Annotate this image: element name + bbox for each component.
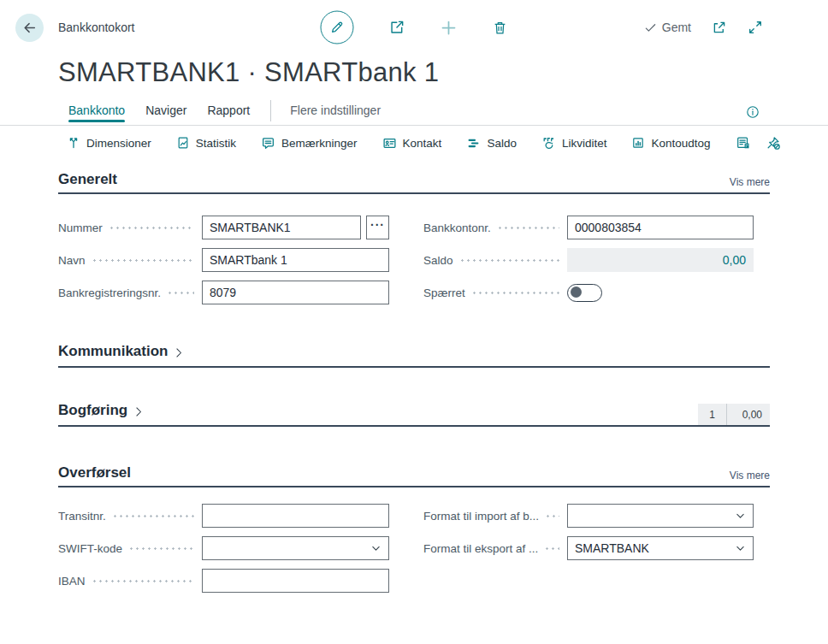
share-button[interactable]: [389, 20, 405, 36]
bankkontonr-input[interactable]: [567, 216, 754, 239]
dotted-leader: [167, 292, 194, 294]
unpin-icon: [766, 135, 781, 151]
dotted-leader: [459, 259, 559, 262]
section-kommunikation-header[interactable]: Kommunikation: [58, 343, 770, 368]
dotted-leader: [112, 515, 194, 517]
bankregistreringsnr-label: Bankregistreringsnr.: [58, 287, 161, 299]
spaerret-toggle[interactable]: [567, 284, 602, 302]
field-row-transitnr: Transitnr.: [58, 499, 389, 532]
dotted-leader: [545, 515, 559, 517]
back-button[interactable]: [15, 14, 44, 42]
liquidity-icon: [541, 136, 556, 151]
field-row-bankkontonr: Bankkontonr.: [423, 211, 754, 244]
navn-input[interactable]: [202, 248, 389, 272]
dotted-leader: [92, 259, 194, 262]
tab-rapport[interactable]: Rapport: [207, 103, 250, 125]
field-row-import-format: Format til import af b...: [423, 499, 754, 532]
import-format-input[interactable]: [567, 504, 754, 528]
menu-tabs: Bankkonto Naviger Rapport Flere indstill…: [0, 100, 828, 125]
action-kontakt[interactable]: Kontakt: [382, 136, 442, 151]
dotted-leader: [109, 227, 194, 229]
section-title: Generelt: [58, 171, 117, 188]
dotted-leader: [544, 547, 559, 550]
tab-bankkonto[interactable]: Bankkonto: [68, 103, 125, 125]
field-row-iban: IBAN: [58, 564, 389, 597]
open-in-new-window-button[interactable]: [712, 20, 727, 35]
top-bar: Bankkontokort: [0, 0, 828, 55]
dotted-leader: [471, 292, 559, 294]
nummer-input[interactable]: [202, 216, 361, 239]
record-title: SMARTBANK1 · SMARTbank 1: [58, 57, 828, 88]
related-entries-button[interactable]: [736, 135, 751, 151]
tabs-divider: [270, 100, 271, 121]
expand-button[interactable]: [748, 20, 763, 35]
pencil-icon: [330, 21, 345, 35]
summary-amount-badge: 0,00: [726, 404, 770, 425]
section-title: Overførsel: [58, 464, 131, 482]
navn-label: Navn: [58, 254, 86, 267]
save-status: Gemt: [644, 21, 691, 34]
eksport-format-label: Format til eksport af ...: [423, 542, 538, 555]
action-label: Kontakt: [403, 137, 442, 150]
action-bemaerkninger[interactable]: Bemærkninger: [261, 136, 358, 151]
field-row-saldo: Saldo 0,00: [423, 244, 754, 276]
info-icon: [746, 105, 760, 119]
field-row-spaerret: Spærret: [423, 276, 754, 309]
dotted-leader: [92, 580, 194, 582]
saldo-value-link[interactable]: 0,00: [567, 248, 754, 272]
share-icon: [389, 20, 405, 36]
tab-naviger[interactable]: Naviger: [145, 103, 186, 125]
transitnr-input[interactable]: [202, 504, 389, 528]
tab-more-options[interactable]: Flere indstillinger: [290, 103, 381, 125]
action-label: Bemærkninger: [281, 137, 358, 150]
trash-icon: [493, 20, 508, 35]
field-row-swift: SWIFT-kode: [58, 532, 389, 564]
show-more-generelt[interactable]: Vis mere: [730, 176, 770, 188]
swift-input[interactable]: [202, 536, 389, 560]
topbar-right-actions: Gemt: [644, 20, 763, 35]
nummer-label: Nummer: [58, 222, 103, 234]
edit-button[interactable]: [321, 11, 354, 44]
summary-count-badge: 1: [698, 404, 726, 425]
show-more-overfoersel[interactable]: Vis mere: [730, 470, 770, 482]
bogfoering-summary: 1 0,00: [698, 404, 770, 425]
section-overfoersel-header: Overførsel Vis mere: [58, 464, 770, 487]
chevron-right-icon: [172, 346, 185, 359]
check-icon: [644, 21, 657, 34]
statistics-icon: [176, 136, 190, 150]
action-statistik[interactable]: Statistik: [176, 136, 236, 150]
spaerret-label: Spærret: [423, 287, 465, 299]
page-caption: Bankkontokort: [58, 21, 135, 34]
nummer-assist-edit-button[interactable]: ···: [366, 216, 389, 239]
action-label: Kontoudtog: [651, 137, 710, 150]
action-saldo[interactable]: Saldo: [466, 136, 517, 151]
eksport-format-input[interactable]: [567, 536, 754, 560]
new-button[interactable]: [441, 19, 458, 36]
unpin-button[interactable]: [766, 135, 781, 151]
contact-card-icon: [382, 136, 397, 151]
back-arrow-icon: [22, 21, 37, 35]
iban-input[interactable]: [202, 569, 389, 593]
action-likviditet[interactable]: Likviditet: [541, 136, 607, 151]
dimensions-icon: [67, 136, 80, 150]
section-bogfoering-header[interactable]: Bogføring 1 0,00: [58, 402, 770, 427]
iban-label: IBAN: [58, 575, 86, 588]
statement-icon: [631, 136, 645, 150]
save-status-label: Gemt: [662, 21, 691, 34]
dotted-leader: [497, 227, 559, 229]
balance-icon: [466, 136, 481, 151]
generelt-left-column: Nummer ··· Navn Bankregist: [58, 211, 389, 309]
action-label: Saldo: [487, 137, 517, 150]
generelt-fields: Nummer ··· Navn Bankregist: [58, 211, 770, 309]
info-button[interactable]: [746, 105, 760, 119]
tabs-bottom-divider: [0, 125, 828, 126]
bankregistreringsnr-input[interactable]: [202, 281, 389, 304]
action-kontoudtog[interactable]: Kontoudtog: [631, 136, 710, 150]
action-bar: Dimensioner Statistik Bemærkninger: [67, 135, 828, 151]
generelt-right-column: Bankkontonr. Saldo 0,00 Spærret: [423, 211, 754, 309]
delete-button[interactable]: [493, 20, 508, 35]
action-dimensioner[interactable]: Dimensioner: [67, 136, 151, 150]
related-list-icon: [736, 135, 751, 151]
topbar-center-actions: [321, 11, 508, 44]
field-row-eksport-format: Format til eksport af ...: [423, 532, 754, 564]
